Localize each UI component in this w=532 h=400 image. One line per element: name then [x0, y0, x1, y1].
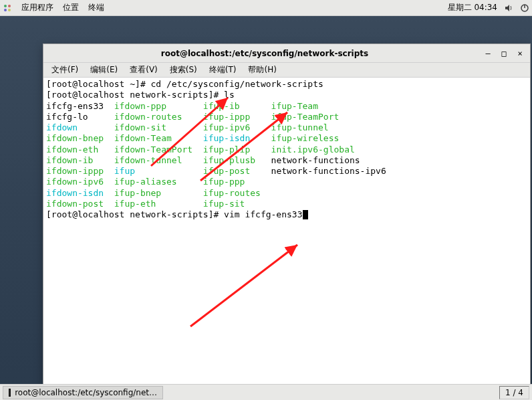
window-title: root@localhost:/etc/sysconfig/network-sc…: [47, 49, 482, 58]
topbar-places[interactable]: 位置: [63, 2, 79, 13]
window-menubar: 文件(F) 编辑(E) 查看(V) 搜索(S) 终端(T) 帮助(H): [43, 63, 530, 78]
taskbar-window-label: root@localhost:/etc/sysconfig/net…: [15, 388, 157, 397]
taskbar-window-entry[interactable]: root@localhost:/etc/sysconfig/net…: [3, 386, 163, 399]
svg-point-0: [4, 5, 7, 7]
menu-edit[interactable]: 编辑(E): [86, 63, 122, 77]
power-icon[interactable]: [520, 3, 529, 13]
menu-view[interactable]: 查看(V): [126, 63, 162, 77]
workspace-label: 1 / 4: [505, 388, 523, 397]
terminal-body[interactable]: [root@localhost ~]# cd /etc/sysconfig/ne…: [43, 78, 530, 385]
terminal-window: root@localhost:/etc/sysconfig/network-sc…: [43, 43, 531, 386]
terminal-icon: [9, 389, 11, 397]
desktop-topbar: 应用程序 位置 终端 星期二 04:34: [0, 0, 532, 16]
window-minimize-button[interactable]: —: [482, 47, 494, 60]
taskbar: root@localhost:/etc/sysconfig/net… 1 / 4: [0, 384, 532, 400]
menu-help[interactable]: 帮助(H): [244, 63, 280, 77]
topbar-terminal[interactable]: 终端: [88, 2, 104, 13]
menu-terminal[interactable]: 终端(T): [205, 63, 241, 77]
svg-point-3: [8, 9, 11, 11]
menu-search[interactable]: 搜索(S): [166, 63, 201, 77]
clock[interactable]: 星期二 04:34: [448, 2, 497, 13]
window-maximize-button[interactable]: □: [498, 47, 510, 60]
workspace-indicator[interactable]: 1 / 4: [499, 386, 529, 399]
window-titlebar[interactable]: root@localhost:/etc/sysconfig/network-sc…: [43, 44, 530, 63]
activities-icon[interactable]: [3, 3, 12, 13]
terminal-cursor: [303, 210, 308, 219]
topbar-applications[interactable]: 应用程序: [21, 2, 53, 13]
volume-icon[interactable]: [504, 3, 513, 13]
svg-point-1: [8, 5, 11, 7]
menu-file[interactable]: 文件(F): [47, 63, 82, 77]
svg-point-2: [4, 9, 7, 11]
window-close-button[interactable]: ×: [514, 47, 526, 60]
